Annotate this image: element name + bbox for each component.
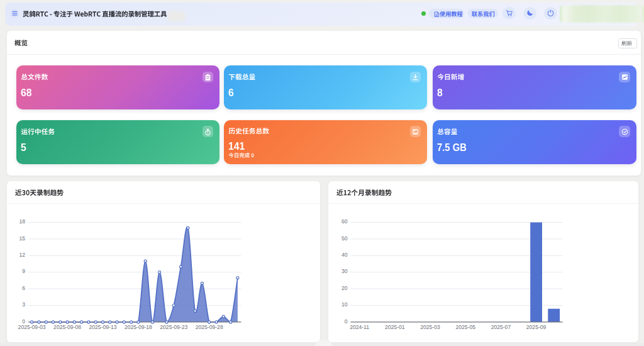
svg-text:15: 15 <box>19 235 25 242</box>
svg-text:2025-05: 2025-05 <box>455 324 475 330</box>
svg-text:6: 6 <box>22 285 25 291</box>
svg-text:60: 60 <box>341 218 347 225</box>
svg-text:2025-09-18: 2025-09-18 <box>125 324 152 330</box>
svg-text:12: 12 <box>19 252 25 258</box>
svg-text:2025-09-08: 2025-09-08 <box>53 324 81 330</box>
svg-text:2025-09-23: 2025-09-23 <box>160 324 187 330</box>
svg-text:3: 3 <box>22 301 25 308</box>
svg-text:20: 20 <box>341 285 347 291</box>
svg-text:50: 50 <box>341 235 347 242</box>
svg-text:2025-09-03: 2025-09-03 <box>18 324 46 330</box>
svg-text:2025-09-28: 2025-09-28 <box>196 324 223 330</box>
svg-text:2025-07: 2025-07 <box>491 324 511 330</box>
svg-text:2025-03: 2025-03 <box>420 324 440 330</box>
svg-text:18: 18 <box>19 218 25 225</box>
svg-text:2024-11: 2024-11 <box>350 324 369 330</box>
svg-text:9: 9 <box>22 268 25 274</box>
svg-text:0: 0 <box>22 318 25 325</box>
svg-text:40: 40 <box>341 252 347 258</box>
svg-text:10: 10 <box>341 301 347 308</box>
svg-text:2025-09-13: 2025-09-13 <box>89 324 117 330</box>
svg-text:2025-09: 2025-09 <box>526 324 546 330</box>
svg-text:30: 30 <box>341 268 347 274</box>
svg-text:0: 0 <box>344 318 347 325</box>
svg-text:2025-01: 2025-01 <box>385 324 405 330</box>
